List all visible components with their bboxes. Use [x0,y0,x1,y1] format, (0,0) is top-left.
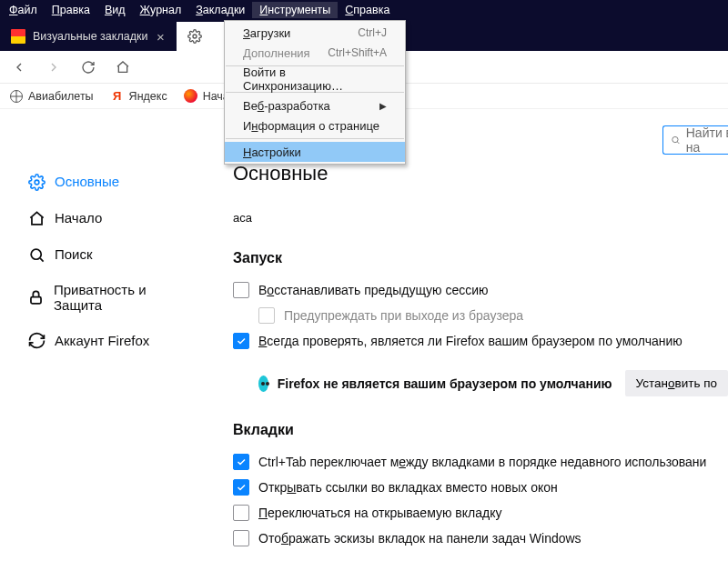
menu-help[interactable]: Справка [338,2,397,18]
option-label: Всегда проверять, является ли Firefox ва… [258,334,682,348]
preferences-page: Найти в на Основные Начало Поиск Прив [0,109,728,571]
bookmark-label: Яндекс [129,90,167,103]
lock-icon [27,288,45,306]
menu-addons[interactable]: Дополнения Ctrl+Shift+A [225,43,405,63]
sidebar-item-privacy[interactable]: Приватность и Защита [22,273,186,323]
search-icon [671,134,681,146]
home-button[interactable] [111,55,135,80]
sidebar-item-home[interactable]: Начало [22,200,186,236]
menu-tools[interactable]: Инструменты [252,2,338,18]
arrow-left-icon [12,60,26,75]
submenu-arrow-icon: ▶ [379,101,387,111]
menu-sync-signin[interactable]: Войти в Синхронизацию… [225,69,405,89]
menu-separator [226,138,404,139]
home-icon [27,209,46,227]
menu-webdev[interactable]: Веб-разработка ▶ [225,95,405,115]
checkbox-unchecked[interactable] [233,282,249,298]
tools-menu-dropdown: Загрузки Ctrl+J Дополнения Ctrl+Shift+A … [224,20,406,165]
svg-point-1 [672,136,678,142]
default-browser-status: Firefox не является вашим браузером по у… [258,370,728,396]
reload-icon [81,60,96,75]
checkbox-checked[interactable] [233,479,249,496]
gear-icon [187,29,202,44]
checkbox-disabled [258,307,275,324]
sidebar-item-label: Приватность и Защита [54,282,180,314]
firefox-icon [184,89,198,104]
option-switch-to-new-tab[interactable]: Переключаться на открываемую вкладку [233,500,728,526]
reload-button[interactable] [76,55,100,80]
status-text: Firefox не является вашим браузером по у… [278,376,612,391]
bookmark-aviabilety[interactable]: Авиабилеты [5,87,97,105]
info-face-icon [258,376,268,392]
page-title: Основные [233,162,728,185]
checkbox-unchecked[interactable] [233,505,249,521]
checkbox-unchecked[interactable] [233,530,249,546]
menu-edit[interactable]: Правка [45,2,97,18]
menu-settings[interactable]: Настройки [225,142,405,162]
sidebar-item-search[interactable]: Поиск [22,236,186,273]
sidebar-item-label: Начало [55,210,102,225]
globe-icon [9,89,24,104]
search-icon [27,245,46,264]
option-label: Переключаться на открываемую вкладку [258,506,501,520]
settings-search-input[interactable]: Найти в на [662,125,728,155]
favicon-visual-bookmarks-icon [11,29,25,44]
sync-icon [27,332,46,350]
back-button[interactable] [7,55,31,80]
menu-file[interactable]: Файл [2,2,45,18]
forward-button[interactable] [42,55,66,80]
option-label: Открывать ссылки во вкладках вместо новы… [258,480,558,495]
settings-main: Основные aca Запуск Восстанавливать пред… [233,162,728,551]
checkbox-checked[interactable] [233,333,249,349]
set-default-button[interactable]: Установить по [625,370,728,396]
yandex-icon: Я [110,89,125,104]
svg-point-3 [31,249,41,259]
menu-page-info[interactable]: Информация о странице [225,115,405,135]
sidebar-item-label: Аккаунт Firefox [55,333,149,348]
gear-icon [27,173,46,191]
option-label: Предупреждать при выходе из браузера [284,308,523,323]
shortcut-label: Ctrl+Shift+A [328,46,387,59]
option-warn-quit: Предупреждать при выходе из браузера [258,303,728,328]
search-placeholder: Найти в на [686,125,728,155]
svg-point-2 [35,180,39,185]
svg-rect-4 [31,296,41,303]
menu-downloads[interactable]: Загрузки Ctrl+J [225,23,405,43]
close-tab-icon[interactable]: × [153,29,167,45]
menu-view[interactable]: Вид [97,2,133,18]
option-open-links-tabs[interactable]: Открывать ссылки во вкладках вместо новы… [233,475,728,500]
option-check-default[interactable]: Всегда проверять, является ли Firefox ва… [233,328,728,354]
bookmark-label: Авиабилеты [28,90,94,103]
checkbox-checked[interactable] [233,454,249,470]
settings-sidebar: Основные Начало Поиск Приватность и Защи… [22,164,186,359]
section-tabs: Вкладки [233,422,728,438]
option-label: Ctrl+Tab переключает между вкладками в п… [258,455,706,469]
option-restore-session[interactable]: Восстанавливать предыдущую сессию [233,277,728,303]
sidebar-item-account[interactable]: Аккаунт Firefox [22,323,186,359]
menu-bookmarks[interactable]: Закладки [188,2,252,18]
sidebar-item-label: Поиск [55,246,93,262]
menu-history[interactable]: Журнал [133,2,189,18]
menubar: Файл Правка Вид Журнал Закладки Инструме… [0,0,728,20]
sidebar-item-label: Основные [55,174,119,189]
home-icon [116,60,130,75]
option-label: Восстанавливать предыдущую сессию [258,283,489,297]
arrow-right-icon [46,60,61,75]
shortcut-label: Ctrl+J [358,26,387,39]
section-startup: Запуск [233,250,728,266]
bookmark-yandex[interactable]: Я Яндекс [106,87,171,105]
option-label: Отображать эскизы вкладок на панели зада… [258,531,581,546]
option-ctrl-tab[interactable]: Ctrl+Tab переключает между вкладками в п… [233,449,728,475]
sidebar-item-general[interactable]: Основные [22,164,186,200]
svg-point-0 [193,35,197,38]
tab-visual-bookmarks[interactable]: Визуальные закладки × [0,22,177,51]
tab-label: Визуальные закладки [33,30,147,43]
option-taskbar-preview[interactable]: Отображать эскизы вкладок на панели зада… [233,526,728,551]
